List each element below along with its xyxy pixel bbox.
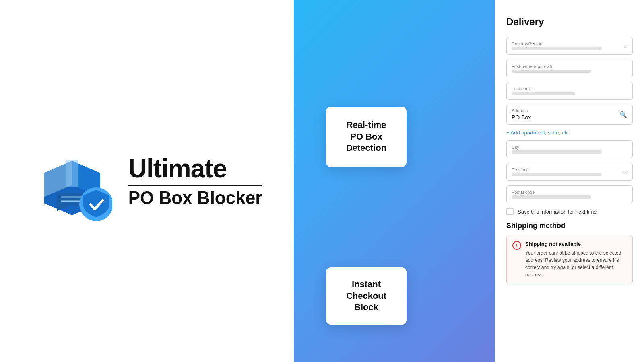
logo-subtitle: PO Box Blocker	[128, 189, 262, 207]
checkout-card-text: Instant Checkout Block	[346, 279, 386, 312]
error-icon: !	[512, 241, 521, 250]
error-body: Your order cannot be shipped to the sele…	[525, 249, 627, 278]
shipping-method-title: Shipping method	[506, 222, 633, 230]
error-content: Shipping not available Your order cannot…	[525, 241, 627, 278]
postal-code-field: Postal code	[506, 185, 633, 203]
right-panel: Real-time PO Box Detection Instant Check…	[294, 0, 644, 362]
delivery-title: Delivery	[506, 16, 633, 27]
city-field: City	[506, 140, 633, 158]
logo-title: Ultimate	[128, 156, 262, 181]
city-bar	[512, 150, 602, 154]
first-name-bar	[512, 70, 591, 73]
last-name-label: Last name	[512, 86, 618, 91]
svg-marker-3	[66, 160, 78, 187]
postal-code-bar	[512, 195, 591, 199]
logo-area: Ultimate PO Box Blocker	[32, 141, 262, 221]
delivery-panel: Delivery Country/Region ⌄ First name (op…	[495, 0, 644, 362]
save-checkbox-row: Save this information for next time	[506, 208, 633, 215]
error-title: Shipping not available	[525, 241, 627, 247]
country-select[interactable]: Country/Region ⌄	[506, 37, 633, 55]
city-input[interactable]: City	[506, 140, 633, 158]
postal-code-label: Postal code	[512, 190, 618, 195]
country-label: Country/Region	[512, 41, 618, 46]
detection-card-text: Real-time PO Box Detection	[346, 120, 386, 153]
first-name-field: First name (optional)	[506, 60, 633, 77]
logo-text: Ultimate PO Box Blocker	[128, 156, 262, 207]
first-name-input[interactable]: First name (optional)	[506, 60, 633, 77]
logo-icon	[32, 141, 112, 221]
checkout-card: Instant Checkout Block	[326, 267, 407, 325]
save-checkbox[interactable]	[506, 208, 514, 215]
detection-card: Real-time PO Box Detection	[326, 107, 407, 167]
postal-code-input[interactable]: Postal code	[506, 185, 633, 203]
save-label: Save this information for next time	[518, 209, 597, 215]
last-name-input[interactable]: Last name	[506, 82, 633, 100]
city-label: City	[512, 145, 618, 150]
shipping-error-box: ! Shipping not available Your order cann…	[506, 235, 633, 284]
province-select[interactable]: Province ⌄	[506, 163, 633, 181]
country-field: Country/Region ⌄	[506, 37, 633, 55]
province-bar	[512, 173, 602, 176]
last-name-field: Last name	[506, 82, 633, 100]
address-value: PO Box	[512, 114, 531, 121]
logo-divider	[128, 185, 262, 186]
province-field: Province ⌄	[506, 163, 633, 181]
address-field: Address PO Box 🔍	[506, 105, 633, 125]
add-apartment-link[interactable]: + Add apartment, suite, etc.	[506, 130, 633, 136]
chevron-down-icon: ⌄	[623, 43, 627, 49]
last-name-bar	[512, 92, 575, 95]
search-icon: 🔍	[619, 111, 627, 119]
address-input[interactable]: Address PO Box 🔍	[506, 105, 633, 125]
left-panel: Ultimate PO Box Blocker	[0, 0, 294, 362]
address-label: Address	[512, 108, 618, 113]
province-chevron-icon: ⌄	[623, 169, 627, 175]
province-label: Province	[512, 167, 618, 172]
country-bar	[512, 47, 602, 50]
first-name-label: First name (optional)	[512, 64, 618, 69]
